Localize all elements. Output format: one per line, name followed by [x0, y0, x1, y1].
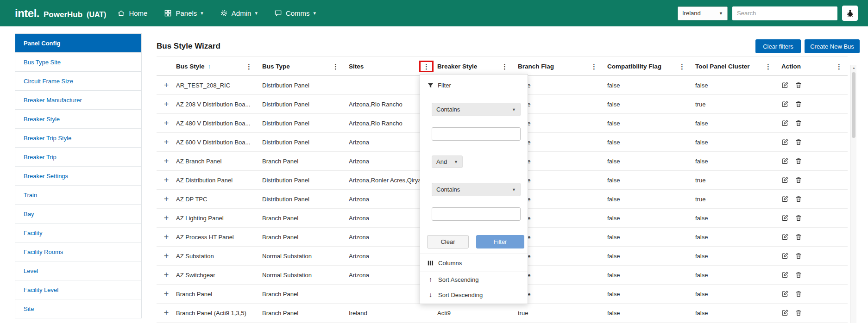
nav-item-panels[interactable]: Panels▾ [164, 9, 203, 17]
menu-item-sort-descending[interactable]: ↓ Sort Descending [420, 287, 528, 302]
expand-row-icon[interactable]: + [164, 290, 169, 298]
app-title: PowerHub [44, 10, 82, 19]
clear-filters-button[interactable]: Clear filters [755, 39, 801, 53]
sidebar-item-facility-level[interactable]: Facility Level [15, 280, 141, 299]
edit-icon[interactable] [781, 138, 789, 146]
delete-icon[interactable] [795, 214, 802, 222]
expand-row-icon[interactable]: + [164, 100, 169, 108]
chevron-down-icon: ▼ [512, 107, 516, 112]
sidebar-item-breaker-trip[interactable]: Breaker Trip [15, 148, 141, 167]
filter-apply-button[interactable]: Filter [476, 235, 524, 248]
sidebar-item-panel-config[interactable]: Panel Config [15, 34, 141, 53]
edit-icon[interactable] [781, 252, 789, 260]
region-select[interactable]: Ireland ▼ [678, 6, 728, 20]
chevron-down-icon: ▼ [454, 160, 458, 164]
nav-item-admin[interactable]: Admin▾ [220, 9, 258, 17]
column-header-branch-flag[interactable]: Branch Flag⋮ [518, 57, 607, 75]
edit-icon[interactable] [781, 176, 789, 184]
filter-value-input-2[interactable] [432, 207, 521, 221]
filter-logic-select[interactable]: And ▼ [432, 155, 463, 168]
bug-report-button[interactable] [842, 6, 858, 21]
expand-row-icon[interactable]: + [164, 214, 169, 222]
menu-item-columns[interactable]: Columns [420, 254, 528, 272]
expand-row-icon[interactable]: + [164, 157, 169, 165]
expand-row-icon[interactable]: + [164, 271, 169, 279]
column-header-breaker-style[interactable]: Breaker Style⋮ [437, 57, 518, 75]
column-menu-icon[interactable]: ⋮ [677, 62, 687, 71]
filter-clear-button[interactable]: Clear [427, 235, 469, 248]
cell-tool-panel-cluster: false [695, 158, 781, 165]
search-input[interactable] [732, 6, 837, 20]
nav-item-home[interactable]: Home [117, 9, 147, 17]
filter-operator-select-2[interactable]: Contains ▼ [432, 183, 521, 196]
action-cell [781, 157, 848, 165]
delete-icon[interactable] [795, 81, 802, 89]
delete-icon[interactable] [795, 290, 802, 298]
sidebar-item-circuit-frame-size[interactable]: Circuit Frame Size [15, 72, 141, 91]
column-header-compatibility-flag[interactable]: Compatibility Flag⋮ [607, 57, 695, 75]
nav-item-comms[interactable]: Comms▾ [274, 9, 316, 17]
create-new-bus-button[interactable]: Create New Bus [805, 39, 860, 53]
sidebar-item-breaker-settings[interactable]: Breaker Settings [15, 167, 141, 186]
sidebar-item-breaker-style[interactable]: Breaker Style [15, 110, 141, 129]
sidebar-item-breaker-manufacturer[interactable]: Breaker Manufacturer [15, 91, 141, 110]
delete-icon[interactable] [795, 252, 802, 260]
filter-operator-select-1[interactable]: Contains ▼ [432, 103, 521, 116]
expand-row-icon[interactable]: + [164, 119, 169, 127]
edit-icon[interactable] [781, 157, 789, 165]
delete-icon[interactable] [795, 309, 802, 317]
edit-icon[interactable] [781, 195, 789, 203]
expand-row-icon[interactable]: + [164, 176, 169, 184]
expand-row-icon[interactable]: + [164, 138, 169, 146]
column-menu-icon[interactable]: ⋮ [763, 62, 773, 71]
sidebar-item-site[interactable]: Site [15, 299, 141, 318]
expand-row-icon[interactable]: + [164, 195, 169, 203]
edit-icon[interactable] [781, 214, 789, 222]
column-label: Sites [349, 63, 364, 70]
expand-row-icon[interactable]: + [164, 81, 169, 89]
sidebar-item-facility-rooms[interactable]: Facility Rooms [15, 242, 141, 261]
sidebar-item-bus-type-site[interactable]: Bus Type Site [15, 53, 141, 72]
column-header-sites[interactable]: Sites⋮ [349, 57, 437, 75]
scrollbar-thumb[interactable] [852, 72, 855, 138]
column-menu-icon[interactable]: ⋮ [834, 62, 844, 71]
column-header-action[interactable]: Action⋮ [781, 57, 848, 75]
expand-row-icon[interactable]: + [164, 233, 169, 241]
column-header-bus-type[interactable]: Bus Type⋮ [262, 57, 349, 75]
chevron-down-icon: ▾ [201, 10, 203, 16]
edit-icon[interactable] [781, 100, 789, 108]
vertical-scrollbar[interactable]: ▲ [850, 65, 856, 323]
delete-icon[interactable] [795, 138, 802, 146]
column-menu-icon[interactable]: ⋮ [244, 62, 254, 71]
edit-icon[interactable] [781, 233, 789, 241]
column-menu-icon[interactable]: ⋮ [500, 62, 509, 71]
column-header-bus-style[interactable]: Bus Style↑⋮ [176, 57, 262, 75]
scrollbar-up-arrow[interactable]: ▲ [851, 66, 857, 69]
sidebar-item-train[interactable]: Train [15, 186, 141, 205]
delete-icon[interactable] [795, 271, 802, 279]
filter-value-input-1[interactable] [432, 127, 521, 141]
edit-icon[interactable] [781, 81, 789, 89]
sidebar-item-level[interactable]: Level [15, 261, 141, 280]
sidebar-item-breaker-trip-style[interactable]: Breaker Trip Style [15, 129, 141, 148]
delete-icon[interactable] [795, 157, 802, 165]
sidebar-item-bay[interactable]: Bay [15, 205, 141, 224]
menu-item-sort-ascending[interactable]: ↑ Sort Ascending [420, 272, 528, 287]
column-menu-icon[interactable]: ⋮ [589, 62, 599, 71]
column-menu-icon[interactable]: ⋮ [419, 61, 434, 72]
expand-row-icon[interactable]: + [164, 309, 169, 317]
delete-icon[interactable] [795, 119, 802, 127]
delete-icon[interactable] [795, 100, 802, 108]
edit-icon[interactable] [781, 309, 789, 317]
edit-icon[interactable] [781, 290, 789, 298]
expand-row-icon[interactable]: + [164, 252, 169, 260]
delete-icon[interactable] [795, 233, 802, 241]
column-header-tool-panel-cluster[interactable]: Tool Panel Cluster⋮ [695, 57, 781, 75]
sidebar-item-facility[interactable]: Facility [15, 224, 141, 242]
edit-icon[interactable] [781, 119, 789, 127]
delete-icon[interactable] [795, 195, 802, 203]
cell-bus-type: Distribution Panel [262, 101, 349, 108]
edit-icon[interactable] [781, 271, 789, 279]
column-menu-icon[interactable]: ⋮ [331, 62, 340, 71]
delete-icon[interactable] [795, 176, 802, 184]
